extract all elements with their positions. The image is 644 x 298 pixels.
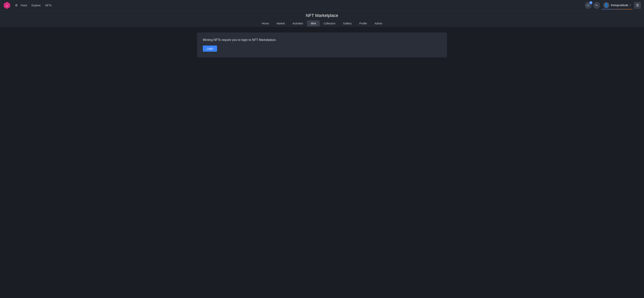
svg-text:♪: ♪	[6, 4, 8, 7]
tab-collection[interactable]: Collection	[320, 20, 339, 26]
avatar-icon: 👤	[604, 3, 608, 7]
cart-icon: 🛒	[586, 4, 590, 7]
gear-button[interactable]: ⚙	[14, 2, 19, 8]
tab-admin[interactable]: Admin	[371, 20, 386, 26]
top-nav-links: Feed Explore NFTs	[19, 3, 54, 8]
top-navbar-right: 🛒 0 ✏ 👤 thelogicaldude ▾ ☰	[585, 1, 641, 9]
chevron-down-icon: ▾	[630, 4, 631, 6]
hamburger-icon: ☰	[636, 3, 639, 7]
cart-badge: 0	[590, 1, 592, 4]
gear-icon: ⚙	[15, 3, 18, 7]
login-notice-box: Minting NFTs require you to login to NFT…	[197, 32, 447, 57]
tab-profile[interactable]: Profile	[356, 20, 371, 26]
username-label: thelogicaldude	[611, 4, 628, 7]
sub-nav: Home Market Activities Mint Collection G…	[0, 20, 644, 26]
avatar: 👤	[603, 2, 610, 8]
edit-button[interactable]: ✏	[593, 2, 600, 9]
tab-gallery[interactable]: Gallery	[339, 20, 356, 26]
sub-header: NFT Marketplace Home Market Activities M…	[0, 11, 644, 27]
pencil-icon: ✏	[596, 4, 598, 7]
hamburger-button[interactable]: ☰	[634, 2, 641, 9]
page-title: NFT Marketplace	[0, 13, 644, 18]
explore-link[interactable]: Explore	[30, 3, 42, 8]
top-navbar: ♪ ⚙ Feed Explore NFTs 🛒 0 ✏ 👤 thelogical…	[0, 0, 644, 11]
tab-market[interactable]: Market	[273, 20, 289, 26]
nfts-link[interactable]: NFTs	[43, 3, 54, 8]
user-menu-button[interactable]: 👤 thelogicaldude ▾	[602, 1, 632, 9]
main-content: Minting NFTs require you to login to NFT…	[0, 27, 644, 63]
feed-link[interactable]: Feed	[19, 3, 29, 8]
login-notice-text: Minting NFTs require you to login to NFT…	[203, 38, 441, 42]
tab-mint[interactable]: Mint	[307, 20, 320, 26]
cart-button[interactable]: 🛒 0	[585, 2, 592, 9]
app-logo[interactable]: ♪	[3, 1, 11, 9]
tab-home[interactable]: Home	[258, 20, 272, 26]
tab-activities[interactable]: Activities	[289, 20, 307, 26]
login-button[interactable]: Login	[203, 45, 217, 52]
